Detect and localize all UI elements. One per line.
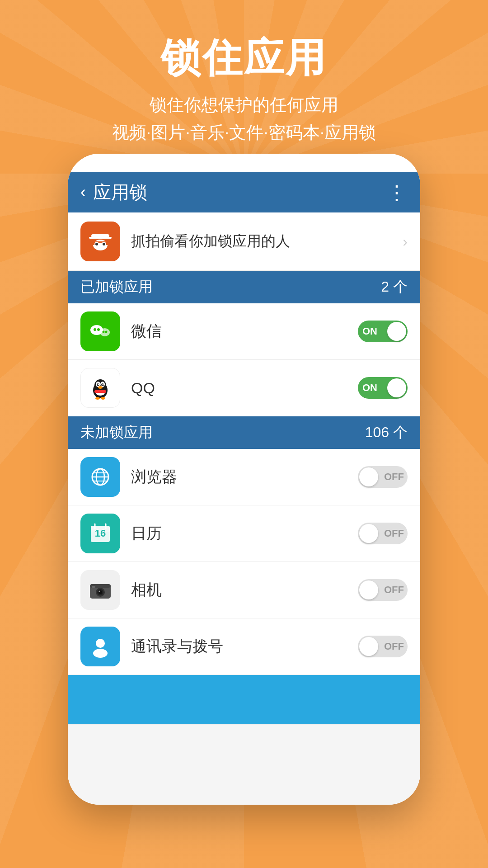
qq-icon bbox=[80, 368, 120, 408]
locked-section-count: 2 个 bbox=[381, 277, 408, 297]
svg-point-14 bbox=[105, 331, 108, 333]
header-section: 锁住应用 锁住你想保护的任何应用 视频·图片·音乐·文件·密码本·应用锁 bbox=[0, 0, 488, 171]
wechat-toggle-knob bbox=[387, 322, 406, 341]
qq-toggle-label: ON bbox=[362, 382, 377, 394]
qq-icon-svg bbox=[85, 373, 115, 403]
svg-point-6 bbox=[95, 243, 98, 245]
camera-toggle-knob bbox=[359, 580, 378, 599]
svg-point-10 bbox=[100, 328, 110, 336]
qq-name: QQ bbox=[131, 379, 358, 397]
qq-toggle-knob bbox=[387, 378, 406, 397]
unlocked-section-label: 未加锁应用 bbox=[80, 423, 153, 443]
camera-icon-svg bbox=[87, 577, 113, 603]
svg-point-23 bbox=[98, 386, 103, 389]
calendar-icon: 16 bbox=[80, 514, 120, 553]
contacts-toggle-knob bbox=[359, 637, 378, 656]
spy-row[interactable]: 抓拍偷看你加锁应用的人 › bbox=[68, 212, 420, 271]
main-title: 锁住应用 bbox=[0, 36, 488, 80]
contacts-icon-svg bbox=[87, 633, 113, 660]
camera-toggle-label: OFF bbox=[384, 584, 404, 596]
contacts-row: 通讯录与拨号 OFF bbox=[68, 618, 420, 675]
browser-toggle-label: OFF bbox=[384, 471, 404, 483]
locked-section-header: 已加锁应用 2 个 bbox=[68, 271, 420, 303]
spy-icon-svg bbox=[87, 228, 114, 255]
browser-toggle-knob bbox=[359, 467, 378, 486]
svg-rect-8 bbox=[99, 243, 102, 245]
svg-point-27 bbox=[101, 397, 105, 400]
locked-section-label: 已加锁应用 bbox=[80, 277, 153, 297]
svg-point-46 bbox=[93, 649, 108, 658]
contacts-toggle[interactable]: OFF bbox=[358, 636, 408, 657]
svg-text:16: 16 bbox=[95, 528, 106, 539]
wechat-row: 微信 ON bbox=[68, 303, 420, 360]
calendar-icon-svg: 16 bbox=[87, 520, 113, 547]
svg-point-26 bbox=[95, 397, 100, 400]
calendar-toggle-label: OFF bbox=[384, 528, 404, 539]
svg-rect-25 bbox=[94, 390, 106, 393]
contacts-icon-container bbox=[80, 627, 120, 666]
contacts-toggle-label: OFF bbox=[384, 641, 404, 652]
browser-icon-svg bbox=[87, 464, 113, 490]
top-bar-title: 应用锁 bbox=[93, 180, 387, 205]
browser-name: 浏览器 bbox=[131, 467, 358, 487]
svg-point-7 bbox=[103, 243, 105, 245]
top-bar: ‹ 应用锁 ⋮ bbox=[68, 172, 420, 212]
phone-top-notch bbox=[68, 154, 420, 172]
qq-row: QQ ON bbox=[68, 360, 420, 416]
browser-icon bbox=[80, 457, 120, 497]
wechat-icon-svg bbox=[87, 318, 114, 345]
app-content: ‹ 应用锁 ⋮ 抓拍偷看你加锁应用的人 bbox=[68, 172, 420, 805]
browser-toggle[interactable]: OFF bbox=[358, 466, 408, 488]
sub-title-2: 视频·图片·音乐·文件·密码本·应用锁 bbox=[0, 121, 488, 144]
camera-row: 相机 OFF bbox=[68, 562, 420, 618]
svg-point-13 bbox=[103, 331, 105, 333]
camera-name: 相机 bbox=[131, 580, 358, 600]
svg-point-12 bbox=[97, 328, 100, 331]
qq-toggle[interactable]: ON bbox=[358, 377, 408, 399]
camera-icon-container bbox=[80, 570, 120, 610]
calendar-row: 16 日历 OFF bbox=[68, 505, 420, 562]
wechat-icon bbox=[80, 311, 120, 351]
partial-row bbox=[68, 675, 420, 725]
wechat-toggle[interactable]: ON bbox=[358, 321, 408, 342]
svg-point-45 bbox=[96, 639, 105, 648]
back-button[interactable]: ‹ bbox=[80, 183, 86, 202]
svg-rect-1 bbox=[89, 237, 112, 239]
calendar-toggle[interactable]: OFF bbox=[358, 523, 408, 544]
spy-app-icon bbox=[80, 222, 120, 261]
spy-text: 抓拍偷看你加锁应用的人 bbox=[131, 231, 403, 251]
camera-toggle[interactable]: OFF bbox=[358, 579, 408, 601]
calendar-toggle-knob bbox=[359, 524, 378, 543]
unlocked-section-header: 未加锁应用 106 个 bbox=[68, 416, 420, 449]
phone-mockup: ‹ 应用锁 ⋮ 抓拍偷看你加锁应用的人 bbox=[68, 154, 420, 805]
unlocked-section-count: 106 个 bbox=[365, 423, 408, 443]
svg-point-22 bbox=[103, 384, 104, 385]
browser-row: 浏览器 OFF bbox=[68, 449, 420, 505]
svg-rect-44 bbox=[92, 586, 95, 588]
svg-point-43 bbox=[99, 591, 100, 592]
spy-row-chevron: › bbox=[403, 233, 408, 250]
sub-title-1: 锁住你想保护的任何应用 bbox=[0, 94, 488, 117]
wechat-toggle-label: ON bbox=[362, 326, 377, 337]
svg-point-11 bbox=[94, 328, 96, 331]
calendar-name: 日历 bbox=[131, 523, 358, 544]
wechat-name: 微信 bbox=[131, 321, 358, 342]
menu-button[interactable]: ⋮ bbox=[387, 181, 408, 204]
contacts-name: 通讯录与拨号 bbox=[131, 636, 358, 657]
svg-point-21 bbox=[98, 384, 99, 385]
